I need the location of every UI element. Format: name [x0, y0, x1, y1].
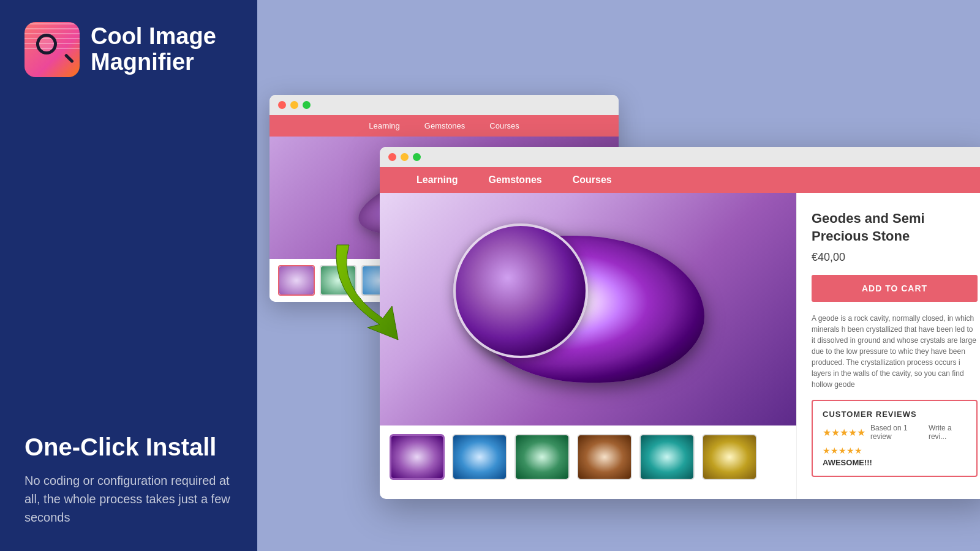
one-click-desc: No coding or configuration required at a…: [24, 471, 233, 527]
bottom-content: One-Click Install No coding or configura…: [24, 249, 233, 527]
dot-yellow: [290, 101, 298, 109]
magnifier-handle: [64, 53, 74, 63]
large-product-area: [380, 193, 796, 499]
browser-nav-small: Learning Gemstones Courses: [270, 115, 619, 137]
product-title: Geodes and Semi Precious Stone: [812, 210, 978, 245]
gem-purple-icon: [391, 436, 443, 478]
thumb-yellow[interactable]: [702, 434, 757, 480]
left-panel: Cool Image Magnifier One-Click Install N…: [0, 0, 257, 551]
product-desc: A geode is a rock cavity, normally close…: [812, 313, 978, 390]
app-title: Cool Image Magnifier: [91, 24, 233, 75]
gem-green-icon: [516, 435, 568, 479]
large-content: Geodes and Semi Precious Stone €40,00 AD…: [380, 193, 980, 499]
nav-item-learning-small[interactable]: Learning: [369, 121, 400, 130]
app-icon: [24, 22, 80, 77]
nav-item-gemstones-small[interactable]: Gemstones: [424, 121, 465, 130]
green-arrow: [318, 233, 441, 343]
nav-item-learning-large[interactable]: Learning: [417, 174, 458, 186]
thumb-purple[interactable]: [390, 434, 445, 480]
thumb-1-small[interactable]: [278, 265, 315, 296]
thumb-green[interactable]: [514, 434, 570, 480]
thumbnail-row-large: [380, 425, 796, 489]
thumb-blue[interactable]: [452, 434, 507, 480]
product-price: €40,00: [812, 251, 978, 264]
gem-yellow-icon: [703, 435, 756, 479]
magnifier-circle: [36, 34, 57, 54]
reviews-title: CUSTOMER REVIEWS: [823, 410, 967, 419]
browser-titlebar-large: [380, 147, 980, 167]
browser-large: Learning Gemstones Courses: [380, 147, 980, 499]
dot-red: [278, 101, 286, 109]
add-to-cart-button[interactable]: ADD TO CART: [812, 275, 978, 302]
dot-green-large: [413, 153, 421, 161]
app-header: Cool Image Magnifier: [24, 22, 233, 77]
dot-yellow-large: [401, 153, 409, 161]
review-count: Based on 1 review: [870, 424, 924, 441]
review-text: AWESOME!!!: [823, 458, 967, 467]
nav-item-gemstones-large[interactable]: Gemstones: [489, 174, 542, 186]
write-review-link[interactable]: Write a revi...: [929, 424, 967, 441]
gem-brown-icon: [578, 435, 631, 479]
stars-display: ★★★★★: [823, 427, 865, 438]
stars-row: ★★★★★ Based on 1 review Write a revi...: [823, 424, 967, 441]
one-click-title: One-Click Install: [24, 432, 233, 462]
browser-titlebar-small: [270, 95, 619, 115]
browser-nav-large: Learning Gemstones Courses: [380, 167, 980, 193]
nav-item-courses-small[interactable]: Courses: [489, 121, 519, 130]
gem-blue-icon: [453, 435, 506, 479]
gem-teal-icon: [641, 435, 693, 479]
thumb-brown[interactable]: [577, 434, 632, 480]
product-info: Geodes and Semi Precious Stone €40,00 AD…: [796, 193, 980, 499]
magnifier-overlay: [453, 223, 588, 358]
magnifier-icon: [36, 34, 68, 66]
dot-red-large: [388, 153, 396, 161]
review-stars-small: ★★★★★: [823, 446, 967, 455]
dot-green: [303, 101, 311, 109]
thumb-teal[interactable]: [639, 434, 695, 480]
reviews-panel: CUSTOMER REVIEWS ★★★★★ Based on 1 review…: [812, 400, 978, 477]
right-panel: Learning Gemstones Courses: [257, 0, 980, 551]
main-product-image: [380, 193, 796, 425]
nav-item-courses-large[interactable]: Courses: [573, 174, 612, 186]
